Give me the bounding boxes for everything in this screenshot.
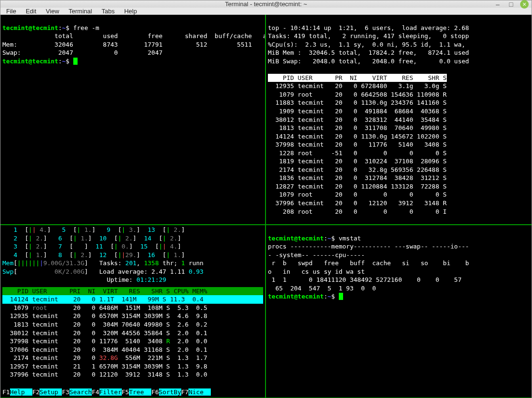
menu-terminal[interactable]: Terminal (69, 8, 92, 15)
pane-free[interactable]: tecmint@tecmint:~$ free -m total used fr… (0, 15, 266, 225)
minimize-icon[interactable]: – (493, 0, 502, 9)
htop-row: 2174 tecmint 20 0 32.8G 556M 221M S 1.3 … (2, 354, 263, 362)
menu-file[interactable]: File (6, 8, 16, 15)
pane-vmstat[interactable]: tecmint@tecmint:~$ vmstat procs --------… (266, 225, 532, 398)
top-row: 1819 tecmint 20 0 310224 37108 28096 S (268, 157, 530, 166)
top-row: 1813 tecmint 20 0 311708 70640 49980 S (268, 124, 530, 132)
close-icon[interactable]: × (520, 0, 529, 9)
top-row: 1909 tecmint 20 0 491884 68684 40368 S (268, 107, 530, 116)
cpu-bars: 1 [|| 4.] 5 [| 1.] 9 [| 3.] 13 [| 2.] 2 … (2, 226, 263, 259)
top-row: 38012 tecmint 20 0 328312 44140 35484 S (268, 116, 530, 124)
pane-htop[interactable]: 1 [|| 4.] 5 [| 1.] 9 [| 3.] 13 [| 2.] 2 … (0, 225, 266, 398)
htop-row: 37006 tecmint 20 0 384M 40404 31168 S 2.… (2, 346, 263, 354)
top-row: 1079 root 20 0 6642508 154636 110908 R (268, 90, 530, 99)
top-row: 2174 tecmint 20 0 32.8g 569356 226488 S (268, 166, 530, 174)
top-row: 208 root 20 0 0 0 0 I (268, 208, 530, 216)
window-title: Terminal - tecmint@tecmint: ~ (225, 0, 307, 8)
terminal-content[interactable]: tecmint@tecmint:~$ free -m total used fr… (0, 15, 532, 398)
htop-row: 1813 tecmint 20 0 304M 70640 49980 S 2.6… (2, 320, 263, 329)
cmd-free: free -m (73, 24, 99, 31)
cursor (73, 58, 78, 65)
menu-edit[interactable]: Edit (26, 8, 36, 15)
top-row: 37998 tecmint 20 0 11776 5140 3408 S (268, 140, 530, 149)
top-row: 1079 root 20 0 0 0 0 S (268, 190, 530, 199)
htop-row: 1079 root 20 0 6486M 151M 108M S 5.3 0.5 (2, 304, 263, 312)
cursor (339, 293, 343, 300)
htop-row: 38012 tecmint 20 0 320M 44556 35864 S 2.… (2, 329, 263, 338)
terminal-window: Terminal - tecmint@tecmint: ~ – □ × File… (0, 0, 532, 398)
menubar: File Edit View Terminal Tabs Help (0, 8, 532, 15)
htop-selected-row: 14124 tecmint 20 0 1.1T 141M 99M S 11.3 … (2, 295, 263, 304)
menu-help[interactable]: Help (124, 8, 137, 15)
htop-row: 37998 tecmint 20 0 11776 5140 3408 R 2.0… (2, 337, 263, 346)
top-row: 1228 root -51 0 0 0 0 S (268, 149, 530, 158)
htop-process-list: 1079 root 20 0 6486M 151M 108M S 5.3 0.5… (2, 304, 263, 379)
htop-row: 37996 tecmint 20 0 12120 3912 3148 S 1.3… (2, 370, 263, 379)
titlebar[interactable]: Terminal - tecmint@tecmint: ~ – □ × (0, 0, 532, 8)
top-row: 37996 tecmint 20 0 12120 3912 3148 R (268, 199, 530, 208)
menu-view[interactable]: View (46, 8, 59, 15)
top-header: PID USER PR NI VIRT RES SHR S (268, 74, 447, 82)
top-row: 1836 tecmint 20 0 312784 38428 31212 S (268, 174, 530, 182)
top-row: 12827 tecmint 20 0 1120884 133128 72288 … (268, 182, 530, 191)
top-row: 11883 tecmint 20 0 1130.0g 234376 141160… (268, 99, 530, 107)
pane-top[interactable]: top - 10:41:14 up 1:21, 6 users, load av… (266, 15, 532, 225)
htop-row: 12935 tecmint 20 0 6570M 3154M 3039M S 4… (2, 312, 263, 320)
htop-row: 12957 tecmint 21 1 6570M 3154M 3039M S 1… (2, 362, 263, 371)
maximize-icon[interactable]: □ (507, 0, 515, 9)
top-row: 12935 tecmint 20 0 6728480 3.1g 3.0g S (268, 82, 530, 90)
cmd-vmstat: vmstat (339, 235, 361, 242)
top-row: 14124 tecmint 20 0 1130.0g 145672 102200… (268, 132, 530, 141)
menu-tabs[interactable]: Tabs (101, 8, 114, 15)
top-process-list: 12935 tecmint 20 0 6728480 3.1g 3.0g S 1… (268, 82, 530, 216)
htop-header: PID USER PRI NI VIRT RES SHR S CPU% MEM% (2, 287, 263, 296)
htop-function-keys: F1Help F2Setup F3SearchF4FilterF5Tree F6… (2, 388, 263, 397)
